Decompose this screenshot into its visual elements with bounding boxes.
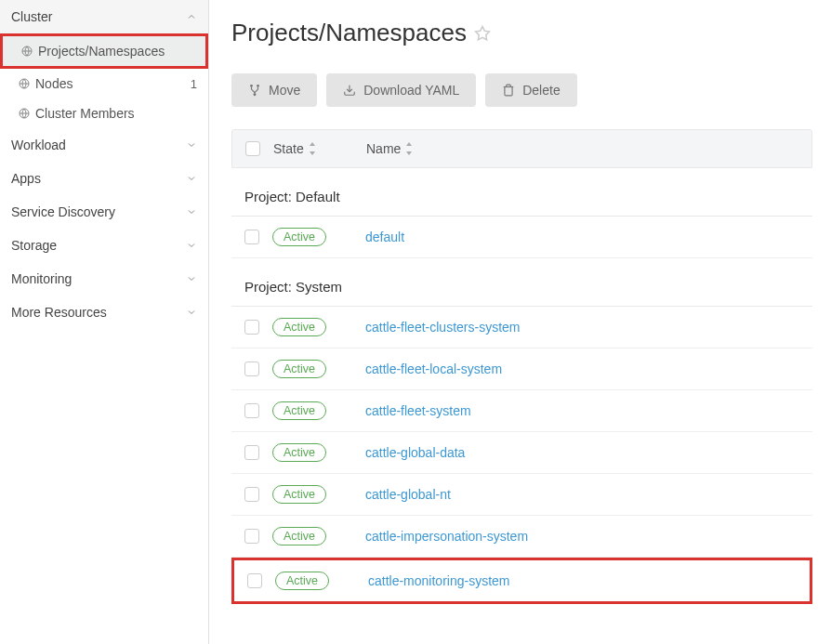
namespace-link[interactable]: cattle-monitoring-system <box>368 573 510 588</box>
project-header: Project: Default <box>231 177 812 217</box>
row-checkbox[interactable] <box>244 529 259 544</box>
nav-section-label: Storage <box>11 238 57 253</box>
row-checkbox[interactable] <box>244 361 259 376</box>
namespace-link[interactable]: default <box>365 230 404 244</box>
action-bar: Move Download YAML Delete <box>231 73 812 107</box>
nav-section-label: Apps <box>11 171 41 186</box>
nav-section-storage[interactable]: Storage <box>0 229 208 262</box>
svg-marker-6 <box>475 26 489 39</box>
column-header-name[interactable]: Name <box>366 141 798 156</box>
nav-section-label: Workload <box>11 138 66 152</box>
namespace-link[interactable]: cattle-global-nt <box>365 487 451 502</box>
download-icon <box>343 84 356 97</box>
table-row: Active cattle-impersonation-system <box>231 516 812 558</box>
nav-item-badge: 1 <box>191 77 197 91</box>
table-header: State Name <box>231 129 812 168</box>
table-row: Active cattle-global-data <box>231 432 812 474</box>
namespace-link[interactable]: cattle-fleet-local-system <box>365 361 502 376</box>
row-checkbox[interactable] <box>244 230 259 244</box>
trash-icon <box>502 84 515 97</box>
download-yaml-button[interactable]: Download YAML <box>326 73 476 107</box>
table-row: Active cattle-fleet-local-system <box>231 348 812 390</box>
nav-section-label: Cluster <box>11 9 52 24</box>
nav-item-label: Projects/Namespaces <box>38 44 165 59</box>
status-badge: Active <box>272 360 326 378</box>
project-group-system: Project: System Active cattle-fleet-clus… <box>231 268 812 604</box>
nav-item-nodes[interactable]: Nodes 1 <box>0 69 208 99</box>
column-label: State <box>273 141 304 156</box>
table-row: Active cattle-monitoring-system <box>231 558 812 604</box>
svg-point-7 <box>250 85 253 87</box>
select-all-checkbox[interactable] <box>245 141 260 156</box>
page-title: Projects/Namespaces <box>231 19 467 47</box>
button-label: Move <box>269 83 300 98</box>
button-label: Delete <box>522 83 560 98</box>
star-icon[interactable] <box>474 25 491 42</box>
nav-section-workload[interactable]: Workload <box>0 128 208 162</box>
project-name: Default <box>296 189 340 204</box>
nav-section-monitoring[interactable]: Monitoring <box>0 262 208 296</box>
sort-icon <box>404 142 414 155</box>
nav-item-label: Nodes <box>35 76 73 91</box>
status-badge: Active <box>272 401 326 420</box>
nav-section-apps[interactable]: Apps <box>0 162 208 195</box>
status-badge: Active <box>272 318 326 336</box>
table-row: Active cattle-fleet-system <box>231 390 812 432</box>
globe-icon <box>21 46 33 57</box>
chevron-down-icon <box>186 206 197 217</box>
table-row: Active default <box>231 217 812 258</box>
move-button[interactable]: Move <box>231 73 317 107</box>
chevron-up-icon <box>186 11 197 22</box>
row-checkbox[interactable] <box>244 487 259 502</box>
nav-item-label: Cluster Members <box>35 106 135 121</box>
delete-button[interactable]: Delete <box>485 73 576 107</box>
status-badge: Active <box>272 527 326 545</box>
table-row: Active cattle-fleet-clusters-system <box>231 307 812 348</box>
sidebar: Cluster Projects/Namespaces Nodes 1 Clus… <box>0 0 209 644</box>
chevron-down-icon <box>186 139 197 151</box>
svg-point-8 <box>257 85 259 87</box>
page-header: Projects/Namespaces <box>231 19 812 47</box>
chevron-down-icon <box>186 307 197 318</box>
status-badge: Active <box>272 485 326 504</box>
sort-icon <box>308 142 317 155</box>
nav-section-label: Monitoring <box>11 271 72 286</box>
globe-icon <box>19 78 30 89</box>
table-row: Active cattle-global-nt <box>231 474 812 516</box>
status-badge: Active <box>272 228 326 246</box>
fork-icon <box>248 84 261 97</box>
button-label: Download YAML <box>363 83 459 98</box>
nav-item-cluster-members[interactable]: Cluster Members <box>0 99 208 128</box>
globe-icon <box>19 108 30 119</box>
chevron-down-icon <box>186 273 197 284</box>
project-name: System <box>296 279 342 295</box>
nav-item-projects-namespaces[interactable]: Projects/Namespaces <box>0 33 208 69</box>
column-label: Name <box>366 141 401 156</box>
row-checkbox[interactable] <box>247 573 262 588</box>
project-label: Project: <box>244 279 292 295</box>
column-header-state[interactable]: State <box>273 141 366 156</box>
namespace-link[interactable]: cattle-impersonation-system <box>365 529 528 544</box>
row-checkbox[interactable] <box>244 445 259 460</box>
chevron-down-icon <box>186 173 197 184</box>
main-content: Projects/Namespaces Move Download YAML D… <box>209 0 831 644</box>
row-checkbox[interactable] <box>244 320 259 335</box>
chevron-down-icon <box>186 240 197 251</box>
namespace-link[interactable]: cattle-fleet-clusters-system <box>365 320 520 335</box>
project-header: Project: System <box>231 268 812 307</box>
namespace-link[interactable]: cattle-global-data <box>365 445 465 460</box>
row-checkbox[interactable] <box>244 403 259 418</box>
svg-point-9 <box>254 93 257 96</box>
project-group-default: Project: Default Active default <box>231 177 812 258</box>
nav-section-more-resources[interactable]: More Resources <box>0 296 208 329</box>
nav-section-service-discovery[interactable]: Service Discovery <box>0 195 208 229</box>
nav-section-label: More Resources <box>11 305 107 320</box>
status-badge: Active <box>275 572 329 590</box>
nav-section-label: Service Discovery <box>11 204 115 219</box>
status-badge: Active <box>272 443 326 462</box>
nav-section-cluster[interactable]: Cluster <box>0 0 208 33</box>
namespace-link[interactable]: cattle-fleet-system <box>365 403 471 418</box>
project-label: Project: <box>244 189 292 204</box>
